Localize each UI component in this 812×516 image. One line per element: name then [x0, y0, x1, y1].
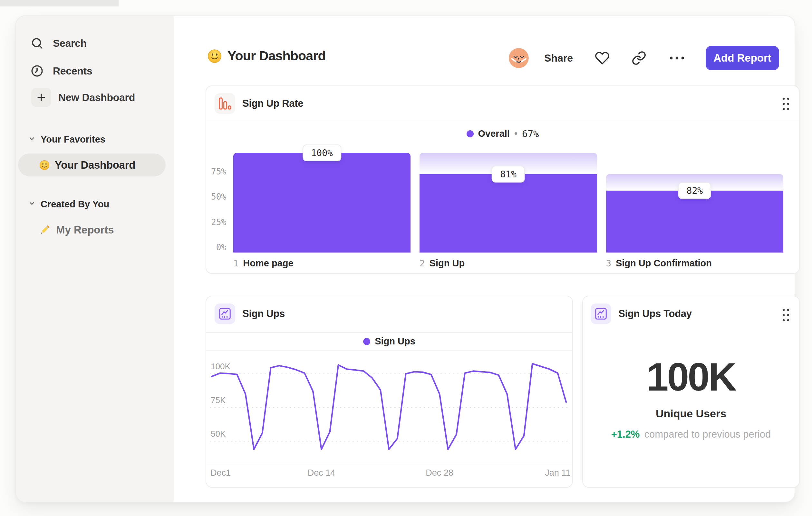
- chevron-down-icon: [28, 135, 35, 143]
- funnel-y-tick: 50%: [206, 192, 226, 201]
- line-y-tick: 100K: [211, 361, 230, 371]
- divider: [206, 120, 799, 121]
- card-title: Sign Up Rate: [242, 98, 303, 109]
- funnel-step-label: 2Sign Up: [419, 258, 597, 269]
- line-series-sign-ups[interactable]: [212, 364, 566, 449]
- line-x-tick: Dec 28: [426, 468, 453, 478]
- sidebar-section-label: Your Favorites: [40, 134, 105, 145]
- sidebar-item-label: Your Dashboard: [55, 159, 135, 171]
- sidebar-section-favorites[interactable]: Your Favorites: [28, 133, 105, 146]
- app-window: Search Recents New Dashboard: [16, 16, 795, 503]
- share-button[interactable]: Share: [544, 52, 573, 64]
- funnel-y-tick: 75%: [206, 167, 226, 176]
- line-chart-icon: [214, 303, 235, 324]
- kpi-label: Unique Users: [583, 407, 799, 420]
- funnel-step-bar[interactable]: 81%: [419, 153, 597, 252]
- search-icon: [30, 36, 45, 51]
- legend-value: 67%: [522, 128, 539, 139]
- header-actions: Share Add Report: [509, 46, 779, 70]
- funnel-legend: Overall • 67%: [206, 127, 799, 141]
- sidebar-item-label: My Reports: [56, 224, 114, 236]
- divider: [206, 350, 572, 351]
- smiley-emoji-icon: [207, 49, 222, 63]
- line-x-axis: Dec1Dec 14Dec 28Jan 11: [210, 468, 568, 479]
- card-header: Sign Ups Today: [591, 303, 692, 324]
- funnel-y-tick: 25%: [206, 217, 226, 227]
- kpi-change-value: +1.2%: [611, 429, 640, 440]
- funnel-step-bar[interactable]: 100%: [233, 153, 410, 252]
- sidebar-section-created-by-you[interactable]: Created By You: [28, 198, 109, 211]
- pencil-emoji-icon: [39, 224, 51, 236]
- copy-link-icon[interactable]: [632, 51, 646, 65]
- card-sign-ups: Sign Ups Sign Ups 100K75K50K Dec1Dec 14D…: [206, 296, 573, 488]
- page-title: Your Dashboard: [207, 48, 326, 63]
- conversion-badge: 81%: [492, 166, 525, 183]
- legend-dot: [363, 338, 370, 345]
- sidebar-item-label: Search: [53, 37, 87, 49]
- sidebar-item-my-reports[interactable]: My Reports: [39, 221, 114, 239]
- line-legend: Sign Ups: [206, 333, 572, 350]
- add-report-button[interactable]: Add Report: [706, 46, 779, 70]
- legend-series-label: Sign Ups: [375, 336, 415, 347]
- funnel-x-axis: 1Home page2Sign Up3Sign Up Confirmation: [233, 258, 783, 269]
- funnel-step-bar[interactable]: 82%: [606, 153, 783, 252]
- favorite-heart-icon[interactable]: [595, 51, 610, 65]
- line-x-tick: Jan 11: [545, 468, 570, 478]
- funnel-step-label: 1Home page: [233, 258, 410, 269]
- drag-handle-icon[interactable]: [782, 308, 790, 323]
- kpi-change-note: compared to previous period: [644, 429, 771, 440]
- funnel-step-label: 3Sign Up Confirmation: [606, 258, 783, 269]
- line-x-tick: Dec1: [210, 468, 231, 478]
- drag-handle-icon[interactable]: [782, 97, 790, 112]
- card-sign-ups-today: Sign Ups Today 100K Unique Users +1.2% c…: [582, 296, 800, 488]
- legend-dot: [467, 130, 474, 137]
- legend-series-label: Overall: [478, 128, 510, 139]
- line-chart-icon: [591, 303, 611, 324]
- card-header: Sign Up Rate: [214, 93, 303, 114]
- line-chart-plot[interactable]: 100K75K50K: [210, 352, 568, 464]
- smiley-emoji-icon: [39, 160, 50, 170]
- conversion-badge: 100%: [302, 144, 341, 161]
- background-window-edge: [0, 0, 119, 6]
- funnel-bar-fill: [606, 191, 783, 252]
- divider: [206, 464, 572, 464]
- sidebar-item-your-dashboard-selected[interactable]: Your Dashboard: [18, 154, 166, 176]
- sidebar-item-new-dashboard[interactable]: New Dashboard: [31, 88, 135, 107]
- legend-separator: •: [514, 128, 518, 139]
- page-title-text: Your Dashboard: [228, 48, 326, 63]
- card-title: Sign Ups: [242, 308, 285, 320]
- more-options-icon[interactable]: [668, 55, 686, 61]
- avatar[interactable]: [509, 48, 529, 68]
- funnel-chart-icon: [214, 93, 235, 114]
- clock-icon: [30, 63, 45, 78]
- conversion-badge: 82%: [678, 182, 712, 199]
- sidebar: Search Recents New Dashboard: [16, 16, 174, 502]
- sidebar-item-search[interactable]: Search: [30, 33, 87, 53]
- funnel-bar-fill: [419, 174, 597, 252]
- kpi-change-row: +1.2% compared to previous period: [583, 429, 799, 440]
- sidebar-item-label: New Dashboard: [58, 91, 135, 104]
- line-y-tick: 50K: [211, 429, 226, 439]
- plus-icon: [31, 88, 51, 107]
- line-y-tick: 75K: [211, 396, 226, 405]
- card-header: Sign Ups: [214, 303, 285, 324]
- funnel-bars-area: 100%81%82%: [233, 153, 783, 252]
- sidebar-item-label: Recents: [53, 65, 92, 77]
- sidebar-section-label: Created By You: [40, 199, 109, 210]
- line-x-tick: Dec 14: [308, 468, 336, 478]
- sidebar-item-recents[interactable]: Recents: [30, 61, 92, 81]
- chevron-down-icon: [28, 200, 35, 208]
- funnel-y-tick: 0%: [206, 243, 226, 252]
- funnel-bar-fill: [233, 153, 410, 252]
- card-sign-up-rate: Sign Up Rate Overall • 67% 75%50%25%0% 1…: [206, 85, 800, 274]
- kpi-value: 100K: [583, 356, 799, 398]
- card-title: Sign Ups Today: [618, 308, 692, 320]
